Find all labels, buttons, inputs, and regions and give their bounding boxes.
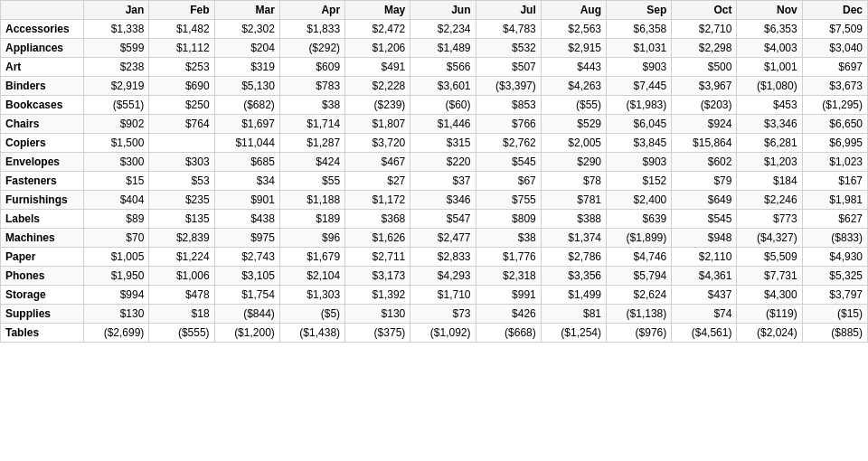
value-cell: $189: [279, 210, 344, 229]
value-cell: $53: [149, 172, 214, 191]
table-row: Copiers$1,500$11,044$1,287$3,720$315$2,7…: [1, 134, 868, 153]
value-cell: $1,172: [345, 191, 410, 210]
value-cell: $2,005: [541, 134, 606, 153]
table-row: Paper$1,005$1,224$2,743$1,679$2,711$2,83…: [1, 248, 868, 267]
value-cell: $5,509: [737, 248, 802, 267]
value-cell: ($1,983): [607, 96, 672, 115]
value-cell: $3,173: [345, 267, 410, 286]
value-cell: ($375): [345, 324, 410, 343]
value-cell: $1,224: [149, 248, 214, 267]
value-cell: $545: [476, 153, 541, 172]
value-cell: ($119): [737, 305, 802, 324]
value-cell: $4,930: [802, 248, 867, 267]
value-cell: $18: [149, 305, 214, 324]
header-row: JanFebMarAprMayJunJulAugSepOctNovDec: [1, 1, 868, 20]
value-cell: $4,746: [607, 248, 672, 267]
value-cell: $766: [476, 115, 541, 134]
table-row: Art$238$253$319$609$491$566$507$443$903$…: [1, 58, 868, 77]
value-cell: $346: [410, 191, 476, 210]
value-cell: $1,392: [345, 286, 410, 305]
value-cell: $2,743: [214, 248, 279, 267]
value-cell: $2,563: [541, 20, 606, 39]
value-cell: ($15): [802, 305, 867, 324]
month-header-mar: Mar: [214, 1, 279, 20]
value-cell: $250: [149, 96, 214, 115]
value-cell: $315: [410, 134, 476, 153]
value-cell: $4,361: [672, 267, 737, 286]
value-cell: $300: [84, 153, 149, 172]
table-row: Storage$994$478$1,754$1,303$1,392$1,710$…: [1, 286, 868, 305]
value-cell: ($555): [149, 324, 214, 343]
value-cell: $4,300: [737, 286, 802, 305]
value-cell: ($60): [410, 96, 476, 115]
value-cell: $319: [214, 58, 279, 77]
value-cell: $438: [214, 210, 279, 229]
value-cell: $1,626: [345, 229, 410, 248]
month-header-oct: Oct: [672, 1, 737, 20]
value-cell: $1,489: [410, 39, 476, 58]
value-cell: ($551): [84, 96, 149, 115]
value-cell: $1,338: [84, 20, 149, 39]
value-cell: ($3,397): [476, 77, 541, 96]
value-cell: $67: [476, 172, 541, 191]
value-cell: $4,783: [476, 20, 541, 39]
month-header-jan: Jan: [84, 1, 149, 20]
value-cell: $690: [149, 77, 214, 96]
value-cell: $948: [672, 229, 737, 248]
value-cell: $1,001: [737, 58, 802, 77]
value-cell: $903: [607, 153, 672, 172]
value-cell: $3,720: [345, 134, 410, 153]
table-row: Chairs$902$764$1,697$1,714$1,807$1,446$7…: [1, 115, 868, 134]
value-cell: $781: [541, 191, 606, 210]
value-cell: $764: [149, 115, 214, 134]
value-cell: $1,710: [410, 286, 476, 305]
value-cell: $1,833: [279, 20, 344, 39]
value-cell: $204: [214, 39, 279, 58]
value-cell: $443: [541, 58, 606, 77]
value-cell: ($4,327): [737, 229, 802, 248]
value-cell: $73: [410, 305, 476, 324]
month-header-jun: Jun: [410, 1, 476, 20]
table-row: Tables($2,699)($555)($1,200)($1,438)($37…: [1, 324, 868, 343]
value-cell: $1,005: [84, 248, 149, 267]
value-cell: $11,044: [214, 134, 279, 153]
value-cell: ($1,295): [802, 96, 867, 115]
value-cell: $602: [672, 153, 737, 172]
value-cell: $3,040: [802, 39, 867, 58]
value-cell: $2,104: [279, 267, 344, 286]
table-row: Machines$70$2,839$975$96$1,626$2,477$38$…: [1, 229, 868, 248]
value-cell: $6,995: [802, 134, 867, 153]
value-cell: $1,950: [84, 267, 149, 286]
value-cell: $2,246: [737, 191, 802, 210]
value-cell: $4,003: [737, 39, 802, 58]
month-header-may: May: [345, 1, 410, 20]
category-cell: Bookcases: [1, 96, 84, 115]
value-cell: $2,298: [672, 39, 737, 58]
value-cell: $238: [84, 58, 149, 77]
value-cell: $3,601: [410, 77, 476, 96]
month-header-dec: Dec: [802, 1, 867, 20]
value-cell: $6,650: [802, 115, 867, 134]
value-cell: $991: [476, 286, 541, 305]
value-cell: $6,358: [607, 20, 672, 39]
value-cell: ($1,438): [279, 324, 344, 343]
value-cell: $4,293: [410, 267, 476, 286]
month-header-aug: Aug: [541, 1, 606, 20]
value-cell: ($239): [345, 96, 410, 115]
value-cell: $1,374: [541, 229, 606, 248]
value-cell: $135: [149, 210, 214, 229]
value-cell: $3,356: [541, 267, 606, 286]
value-cell: $649: [672, 191, 737, 210]
value-cell: $853: [476, 96, 541, 115]
table-row: Labels$89$135$438$189$368$547$809$388$63…: [1, 210, 868, 229]
month-header-feb: Feb: [149, 1, 214, 20]
value-cell: [149, 134, 214, 153]
value-cell: $755: [476, 191, 541, 210]
value-cell: $1,807: [345, 115, 410, 134]
value-cell: $388: [541, 210, 606, 229]
value-cell: $2,302: [214, 20, 279, 39]
value-cell: $903: [607, 58, 672, 77]
value-cell: $3,845: [607, 134, 672, 153]
value-cell: $5,130: [214, 77, 279, 96]
category-header: [1, 1, 84, 20]
